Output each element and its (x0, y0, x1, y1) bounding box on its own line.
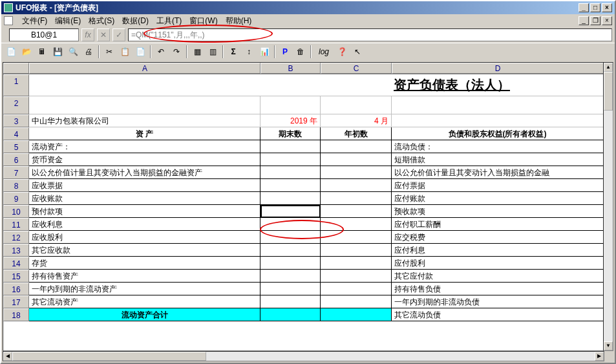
row-header-7[interactable]: 7 (3, 166, 29, 179)
fx-button[interactable]: fx (81, 28, 94, 41)
accept-formula-button[interactable]: ✓ (112, 28, 125, 41)
trash-button[interactable]: 🗑 (293, 45, 308, 59)
cell[interactable] (260, 205, 321, 218)
cell[interactable] (321, 153, 392, 166)
menu-tool[interactable]: 工具(T) (153, 16, 186, 27)
cell[interactable] (321, 283, 392, 295)
child-restore-button[interactable]: ❐ (590, 16, 600, 25)
cut-button[interactable]: ✂ (102, 45, 116, 59)
row-header-6[interactable]: 6 (3, 153, 29, 166)
help-button[interactable]: ❓ (335, 45, 349, 59)
row-header-5[interactable]: 5 (3, 140, 29, 153)
cell[interactable] (260, 270, 321, 283)
copy-button[interactable]: 📋 (118, 45, 132, 59)
child-close-button[interactable]: × (602, 16, 612, 25)
cell[interactable]: 2019 年 (260, 114, 321, 127)
row-header-8[interactable]: 8 (3, 179, 29, 192)
menu-file[interactable]: 文件(F) (18, 16, 51, 27)
cell[interactable]: 其它流动资产 (29, 295, 260, 308)
insert-col-button[interactable]: ▥ (206, 45, 220, 59)
cell[interactable]: 流动负债： (392, 140, 604, 153)
cell[interactable]: 其它流动负债 (392, 308, 604, 321)
cell[interactable] (29, 96, 260, 114)
cell[interactable] (260, 96, 321, 114)
cell[interactable]: 预付款项 (29, 205, 260, 218)
cell[interactable]: 年初数 (321, 127, 392, 140)
cell[interactable] (260, 231, 321, 244)
redo-button[interactable]: ↷ (169, 45, 184, 59)
cell[interactable]: 预收款项 (392, 205, 604, 218)
cell[interactable]: 应付职工薪酬 (392, 218, 604, 231)
menu-edit[interactable]: 编辑(E) (51, 16, 85, 27)
title-cell[interactable]: 资产负债表（法人） (29, 74, 604, 96)
cell[interactable] (321, 96, 392, 114)
cell-reference[interactable]: B10@1 (9, 28, 79, 41)
cell[interactable]: 负债和股东权益(所有者权益) (392, 127, 604, 140)
cell[interactable]: 其它应付款 (392, 270, 604, 283)
undo-button[interactable]: ↶ (154, 45, 168, 59)
cell[interactable] (260, 166, 321, 179)
cell[interactable]: 以公允价值计量且其变动计入当期损益的金融资产 (29, 166, 260, 179)
row-header-16[interactable]: 16 (3, 283, 29, 295)
row-header-10[interactable]: 10 (3, 205, 29, 218)
row-header-4[interactable]: 4 (3, 127, 29, 140)
insert-row-button[interactable]: ▦ (190, 45, 204, 59)
cell[interactable] (260, 140, 321, 153)
menu-window[interactable]: 窗口(W) (186, 16, 221, 27)
cell[interactable]: 持有待售负债 (392, 283, 604, 295)
spreadsheet-grid[interactable]: A B C D 1资产负债表（法人）23中山华力包装有限公司2019 年4 月4… (3, 62, 604, 351)
scroll-left-button[interactable]: ◀ (3, 352, 12, 361)
cell[interactable]: 应付股利 (392, 257, 604, 270)
cell[interactable] (260, 295, 321, 308)
cell[interactable] (321, 308, 392, 321)
vertical-scrollbar[interactable]: ▲ ▼ (603, 62, 613, 351)
menu-data[interactable]: 数据(D) (118, 16, 153, 27)
cancel-formula-button[interactable]: ✕ (97, 28, 110, 41)
cell[interactable]: 应收票据 (29, 179, 260, 192)
menu-help[interactable]: 帮助(H) (222, 16, 256, 27)
cell[interactable]: 一年内到期的非流动负债 (392, 295, 604, 308)
cell[interactable] (321, 270, 392, 283)
cell[interactable] (321, 244, 392, 257)
new-button[interactable]: 📄 (4, 45, 18, 59)
minimize-button[interactable]: _ (579, 3, 589, 12)
cell[interactable]: 流动资产合计 (29, 308, 260, 321)
row-header-2[interactable]: 2 (3, 96, 29, 114)
sum-button[interactable]: Σ (226, 45, 240, 59)
scroll-down-button[interactable]: ▼ (604, 341, 613, 350)
row-header-9[interactable]: 9 (3, 192, 29, 205)
cell[interactable] (392, 114, 604, 127)
cell[interactable]: 以公允价值计量且其变动计入当期损益的金融 (392, 166, 604, 179)
row-header-1[interactable]: 1 (3, 74, 29, 96)
cell[interactable] (392, 96, 604, 114)
menu-format[interactable]: 格式(S) (85, 16, 118, 27)
cell[interactable] (321, 231, 392, 244)
cell[interactable] (260, 283, 321, 295)
preview-button[interactable]: 🔍 (66, 45, 80, 59)
log-button[interactable]: log (314, 45, 334, 59)
col-header-c[interactable]: C (321, 63, 392, 74)
cell[interactable]: 资 产 (29, 127, 260, 140)
cell[interactable]: 短期借款 (392, 153, 604, 166)
close-button[interactable]: × (602, 3, 612, 12)
cell[interactable] (321, 179, 392, 192)
cell[interactable] (260, 153, 321, 166)
cell[interactable]: 持有待售资产 (29, 270, 260, 283)
cell[interactable] (260, 179, 321, 192)
cell[interactable]: 一年内到期的非流动资产 (29, 283, 260, 295)
cell[interactable]: 应付账款 (392, 192, 604, 205)
cell[interactable]: 应收利息 (29, 218, 260, 231)
open-button[interactable]: 📂 (19, 45, 34, 59)
cell[interactable]: 中山华力包装有限公司 (29, 114, 260, 127)
cell[interactable] (321, 192, 392, 205)
chart-button[interactable]: 📊 (257, 45, 271, 59)
cell[interactable]: 应交税费 (392, 231, 604, 244)
cell[interactable]: 其它应收款 (29, 244, 260, 257)
paste-button[interactable]: 📄 (133, 45, 147, 59)
cell[interactable]: 期末数 (260, 127, 321, 140)
cell[interactable] (260, 257, 321, 270)
row-header-13[interactable]: 13 (3, 244, 29, 257)
cell[interactable] (260, 308, 321, 321)
cell[interactable] (321, 257, 392, 270)
row-header-15[interactable]: 15 (3, 270, 29, 283)
